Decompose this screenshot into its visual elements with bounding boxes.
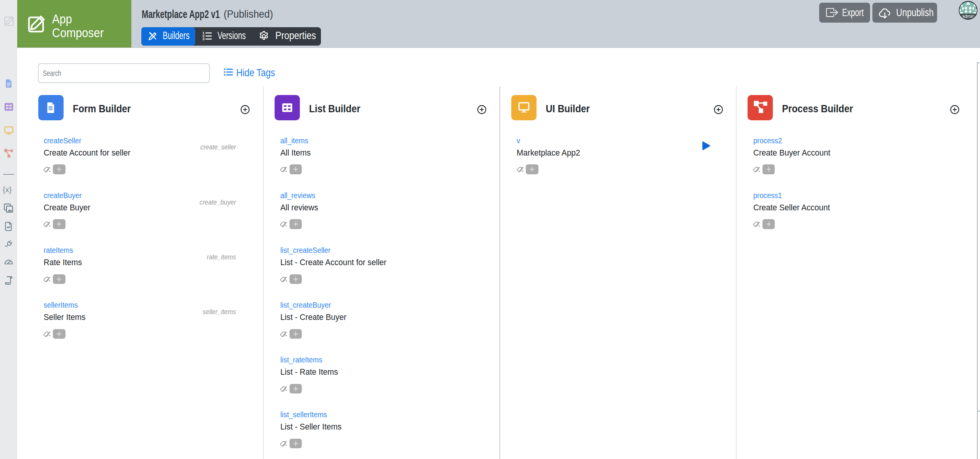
svg-text:3: 3 xyxy=(203,37,205,41)
